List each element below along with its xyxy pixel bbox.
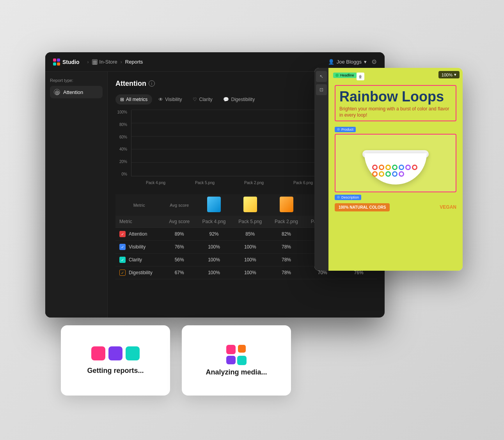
description-tag: Description [335, 195, 361, 200]
cereal-bowl [360, 138, 431, 188]
y-label-20: 20% [115, 160, 129, 164]
ad-subtext: Brighten your morning with a burst of co… [339, 106, 452, 118]
cta-label: 100% NATURAL COLORS [339, 205, 386, 209]
sidebar-item-attention[interactable]: ◎ Attention [50, 86, 103, 98]
pack2-visibility: 78% [268, 241, 305, 254]
product-tag-label: Product [341, 128, 353, 131]
report-title: Attention [115, 80, 146, 88]
user-name: Joe Bloggs [337, 59, 362, 65]
x-label-pack4: Pack 4.png [131, 178, 180, 188]
pack5-attention: 85% [232, 228, 268, 241]
product-tag: Product [335, 127, 356, 132]
pack5-thumbnail-cell [232, 194, 268, 216]
th-pack2: Pack 2.png [268, 216, 305, 228]
cursor-tool-button[interactable]: ↖ [316, 71, 327, 82]
nav-user[interactable]: 👤 Joe Bloggs ▾ [328, 59, 367, 65]
y-label-100: 100% [115, 110, 129, 114]
grid-sq-4 [237, 356, 247, 365]
pack2-clarity: 78% [268, 254, 305, 266]
delete-headline-button[interactable]: 🗑 [357, 73, 364, 80]
loop-1 [372, 165, 378, 170]
avg-attention: 89% [163, 228, 196, 241]
pack2-attention: 82% [268, 228, 305, 241]
loop-7 [412, 165, 417, 170]
preview-content: 100% ▾ Headline 🗑 Rainbow Loops Brighten… [328, 68, 463, 271]
checkbox-attention[interactable]: ✓ [119, 231, 126, 237]
card-getting-reports: Getting reports... [61, 325, 170, 396]
pack5-visibility: 100% [232, 241, 268, 254]
tab-visibility[interactable]: 👁 Visibility [154, 94, 186, 105]
pack2-thumbnail-cell [268, 194, 305, 216]
metric-clarity: ✓ Clarity [115, 254, 163, 266]
pack4-thumbnail [207, 197, 221, 212]
loop-12 [399, 171, 404, 177]
pack2-thumbnail [280, 197, 293, 212]
logo-dot-teal [53, 62, 56, 66]
frame-tool-button[interactable]: ⊡ [316, 84, 327, 95]
digestibility-label: Digestibility [129, 270, 153, 275]
nav-logo: Studio [53, 59, 80, 66]
info-icon: i [149, 80, 155, 87]
logo-dot-pink [53, 59, 56, 62]
loop-8 [372, 171, 378, 177]
avg-visibility: 76% [163, 241, 196, 254]
cereal-loops [372, 165, 419, 177]
brand-label: Studio [62, 59, 80, 65]
grid-sq-3 [226, 356, 236, 364]
loop-2 [379, 165, 384, 170]
avg-clarity: 56% [163, 254, 196, 266]
tab-visibility-label: Visibility [165, 97, 182, 102]
vegan-label: VEGAN [440, 204, 456, 210]
gear-icon[interactable]: ⚙ [371, 58, 377, 66]
pack5-clarity: 100% [232, 254, 268, 266]
metric-attention: ✓ Attention [115, 228, 163, 241]
y-label-80: 80% [115, 122, 129, 127]
desc-dot [337, 196, 340, 199]
pack5-digestibility: 100% [232, 266, 268, 279]
card-reports-label: Getting reports... [87, 367, 144, 375]
tab-all-metrics[interactable]: ⊞ All metrics [115, 94, 152, 105]
nav-chevron-2: › [121, 59, 122, 65]
ad-product-area: Product [335, 125, 456, 192]
nav-item-instore[interactable]: ▦ In-Store [92, 59, 117, 65]
ad-product-box [335, 134, 456, 192]
logo-dot-orange [57, 62, 60, 66]
loop-5 [399, 165, 404, 170]
preview-toolbar: ↖ ⊡ [314, 68, 328, 271]
cta-button[interactable]: 100% NATURAL COLORS [335, 203, 390, 211]
pack4-visibility: 100% [196, 241, 232, 254]
nav-chevron-1: › [87, 59, 89, 65]
card-icons-reports [91, 346, 140, 360]
grid-icon: ▦ [92, 59, 98, 65]
checkbox-clarity[interactable]: ✓ [119, 257, 126, 263]
ad-footer: 100% NATURAL COLORS VEGAN [335, 203, 456, 211]
headline-dot [335, 74, 339, 77]
preview-panel: ↖ ⊡ 100% ▾ Headline 🗑 Rainbow Loops Brig… [314, 68, 463, 271]
ad-headline-text: Rainbow Loops [339, 90, 452, 104]
checkbox-visibility[interactable]: ✓ [119, 244, 126, 250]
shield-tab-icon: ♡ [193, 97, 197, 102]
scene: Studio › ▦ In-Store › Reports 👤 Joe Blog… [37, 44, 467, 396]
product-dot [337, 128, 340, 131]
checkbox-digestibility[interactable]: ✓ [119, 270, 126, 276]
zoom-control[interactable]: 100% ▾ [438, 71, 460, 78]
nav-reports-label: Reports [125, 59, 143, 65]
pack5-thumbnail [243, 197, 257, 212]
description-tag-label: Description [341, 195, 359, 199]
avg-col-header: Avg score [163, 194, 196, 216]
grid-sq-2 [238, 345, 246, 353]
zoom-chevron: ▾ [454, 72, 456, 77]
x-label-pack2: Pack 2.png [229, 178, 279, 188]
sidebar-item-label: Attention [63, 89, 83, 95]
x-label-pack5: Pack 5.png [180, 178, 229, 188]
tab-digestibility[interactable]: 💬 Digestibility [218, 94, 259, 105]
pack4-clarity: 100% [196, 254, 232, 266]
th-avg: Avg score [163, 216, 196, 228]
icon-teal [126, 346, 140, 360]
ad-creative: Headline 🗑 Rainbow Loops Brighten your m… [328, 68, 463, 271]
pack4-attention: 92% [196, 228, 232, 241]
tab-clarity[interactable]: ♡ Clarity [188, 94, 217, 105]
loop-10 [385, 171, 391, 177]
nav-right: 👤 Joe Bloggs ▾ ⚙ [328, 58, 377, 66]
th-metric: Metric [115, 216, 163, 228]
